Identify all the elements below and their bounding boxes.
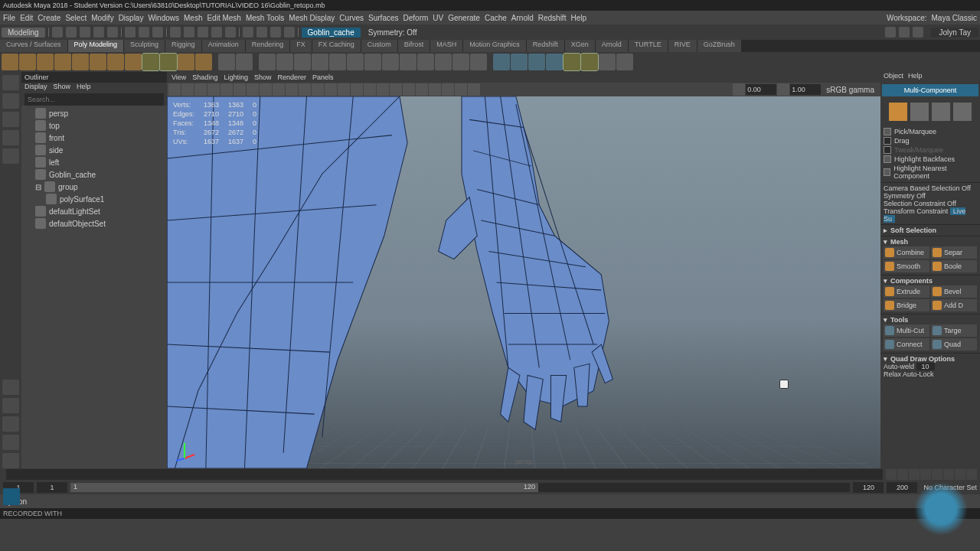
key-forward-icon[interactable] — [943, 469, 954, 480]
select-icon[interactable] — [125, 27, 136, 37]
uv-cut-icon[interactable] — [599, 54, 616, 70]
vp-film-gate-icon[interactable] — [247, 83, 259, 96]
move-tool-icon[interactable] — [2, 112, 19, 127]
uv-contour-icon[interactable] — [564, 54, 580, 70]
step-back-icon[interactable] — [897, 469, 908, 480]
render-icon[interactable] — [256, 27, 267, 37]
layout-four-icon[interactable] — [2, 398, 19, 413]
menu-edit[interactable]: Edit — [20, 14, 33, 22]
shelf-tab-redshift[interactable]: Redshift — [527, 40, 564, 52]
menu-meshtools[interactable]: Mesh Tools — [246, 14, 284, 22]
vp-gamma-icon[interactable] — [777, 83, 789, 96]
shelf-tab-gozbrush[interactable]: GoZBrush — [697, 40, 741, 52]
vp-wireframe-icon[interactable] — [325, 83, 337, 96]
lasso-icon[interactable] — [139, 27, 149, 37]
scale-tool-icon[interactable] — [2, 148, 19, 164]
smooth-icon[interactable] — [382, 54, 399, 70]
shelf-tab-rigging[interactable]: Rigging — [165, 40, 201, 52]
anim-end-input[interactable] — [887, 482, 917, 493]
menu-arnold[interactable]: Arnold — [511, 14, 534, 22]
auto-weld-input[interactable] — [916, 363, 935, 370]
svg-icon[interactable] — [218, 54, 235, 70]
step-forward-icon[interactable] — [955, 469, 965, 480]
menu-help[interactable]: Help — [570, 14, 586, 22]
pick-marquee-radio[interactable] — [884, 128, 891, 135]
shelf-tab-rendering[interactable]: Rendering — [246, 40, 290, 52]
vp-xray-icon[interactable] — [403, 83, 415, 96]
menu-select[interactable]: Select — [65, 14, 87, 22]
poly-torus-icon[interactable] — [72, 54, 89, 70]
vp-select-camera-icon[interactable] — [168, 83, 181, 96]
outliner-item-side[interactable]: side — [24, 144, 164, 156]
vp-colorspace[interactable]: sRGB gamma — [822, 86, 879, 94]
vertex-mode-icon[interactable] — [910, 103, 929, 121]
menu-deform[interactable]: Deform — [403, 14, 429, 22]
shelf-tab-animation[interactable]: Animation — [202, 40, 245, 52]
shelf-tab-arnold[interactable]: Arnold — [596, 40, 628, 52]
boolean-button[interactable]: Boole — [931, 260, 977, 272]
vp-aa-icon[interactable] — [455, 83, 467, 96]
uv-editor-icon[interactable] — [581, 54, 598, 70]
account-label[interactable]: Jolyn Tay — [931, 28, 978, 37]
range-end-input[interactable] — [853, 482, 884, 493]
combine-button[interactable]: Combine — [884, 246, 929, 259]
mesh-section-header[interactable]: ▾ Mesh — [884, 238, 977, 246]
outliner-show[interactable]: Show — [54, 83, 71, 93]
face-mode-icon[interactable] — [953, 103, 972, 121]
snap-plane-icon[interactable] — [211, 27, 222, 37]
range-start-input[interactable] — [37, 482, 67, 493]
key-back-icon[interactable] — [909, 469, 920, 480]
layout-icon[interactable] — [885, 27, 896, 37]
poly-platonic-icon[interactable] — [125, 54, 142, 70]
poly-sphere-icon[interactable] — [2, 54, 18, 70]
snap-grid-icon[interactable] — [170, 27, 181, 37]
uv-spherical-icon[interactable] — [528, 54, 545, 70]
edge-mode-icon[interactable] — [932, 103, 950, 121]
shelf-tab-polymodeling[interactable]: Poly Modeling — [68, 40, 124, 52]
undo-icon[interactable] — [93, 27, 104, 37]
shelf-tab-fx[interactable]: FX — [290, 40, 312, 52]
redo-icon[interactable] — [107, 27, 118, 37]
connect-button[interactable]: Connect — [884, 338, 929, 350]
play-forward-icon[interactable] — [932, 469, 942, 480]
vp-gamma-input[interactable] — [790, 84, 821, 95]
shelf-tab-bifrost[interactable]: Bifrost — [398, 40, 430, 52]
layout2-icon[interactable] — [899, 27, 910, 37]
render-settings-icon[interactable] — [284, 27, 295, 37]
poly-type-icon[interactable] — [195, 54, 212, 70]
shelf-tab-motiongraphics[interactable]: Motion Graphics — [463, 40, 526, 52]
vp-textured-icon[interactable] — [351, 83, 363, 96]
vp-exposure-input[interactable] — [746, 84, 776, 95]
vp-exposure-icon[interactable] — [733, 83, 745, 96]
vp-shadows-icon[interactable] — [377, 83, 389, 96]
combine-icon[interactable] — [259, 54, 276, 70]
separate-button[interactable]: Separ — [931, 246, 977, 259]
multicut-button[interactable]: Multi-Cut — [884, 324, 929, 337]
range-slider[interactable]: 1120 — [70, 483, 850, 492]
components-section-header[interactable]: ▾ Components — [884, 277, 977, 285]
quad-draw-options-header[interactable]: ▾ Quad Draw Options — [884, 355, 977, 363]
poly-cone-icon[interactable] — [54, 54, 71, 70]
paint-select-icon[interactable] — [152, 27, 163, 37]
select-tool-icon[interactable] — [2, 75, 19, 90]
vp-isolate-icon[interactable] — [390, 83, 402, 96]
add-divisions-button[interactable]: Add D — [931, 299, 977, 311]
shelf-tab-mash[interactable]: MASH — [430, 40, 462, 52]
menu-curves[interactable]: Curves — [339, 14, 364, 22]
drag-radio[interactable] — [884, 137, 891, 145]
snap-curve-icon[interactable] — [184, 27, 194, 37]
poly-disc-icon[interactable] — [107, 54, 124, 70]
vp-grid-icon[interactable] — [234, 83, 246, 96]
layout-outliner-icon[interactable] — [2, 453, 19, 468]
vp-gate-mask-icon[interactable] — [273, 83, 285, 96]
shelf-tab-xgen[interactable]: XGen — [565, 40, 595, 52]
insert-edge-icon[interactable] — [470, 54, 487, 70]
expand-icon[interactable]: ⊟ — [35, 183, 41, 191]
time-slider-track[interactable] — [6, 469, 883, 480]
target-weld-button[interactable]: Targe — [931, 324, 977, 337]
poly-pipe-icon[interactable] — [178, 54, 194, 70]
outliner-search-input[interactable] — [24, 93, 164, 106]
workspace-selector[interactable]: Workspace: Maya Classic — [887, 14, 977, 22]
menu-generate[interactable]: Generate — [448, 14, 480, 22]
menu-uv[interactable]: UV — [433, 14, 443, 22]
